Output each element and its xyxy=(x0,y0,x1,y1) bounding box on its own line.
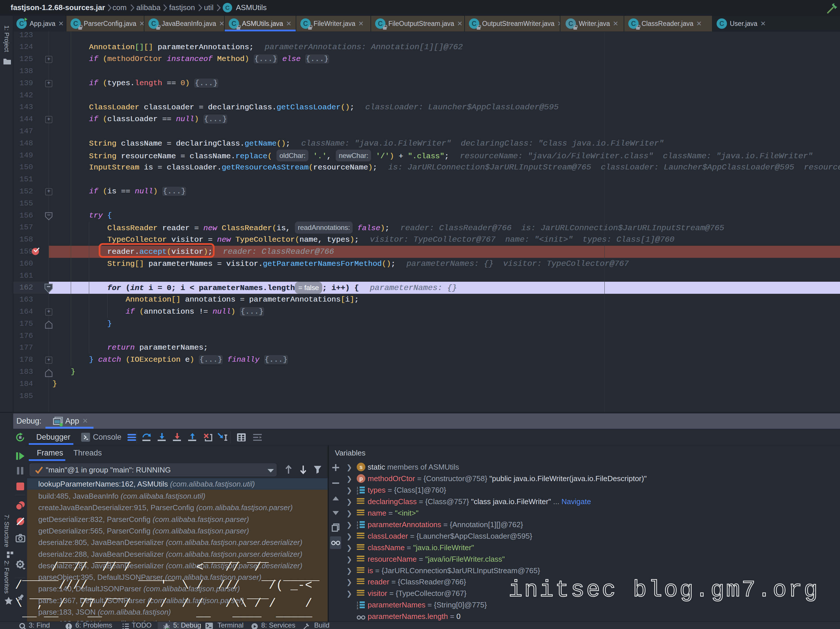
svg-text:3: 3 xyxy=(357,526,358,529)
svg-text:2: 2 xyxy=(357,524,358,526)
svg-text:2: 2 xyxy=(357,604,358,607)
svg-text:2: 2 xyxy=(357,489,358,492)
svg-text:3: 3 xyxy=(357,607,358,609)
svg-text:1: 1 xyxy=(357,521,358,524)
svg-text:3: 3 xyxy=(357,492,358,494)
svg-text:1: 1 xyxy=(357,601,358,604)
svg-text:1: 1 xyxy=(357,486,358,489)
